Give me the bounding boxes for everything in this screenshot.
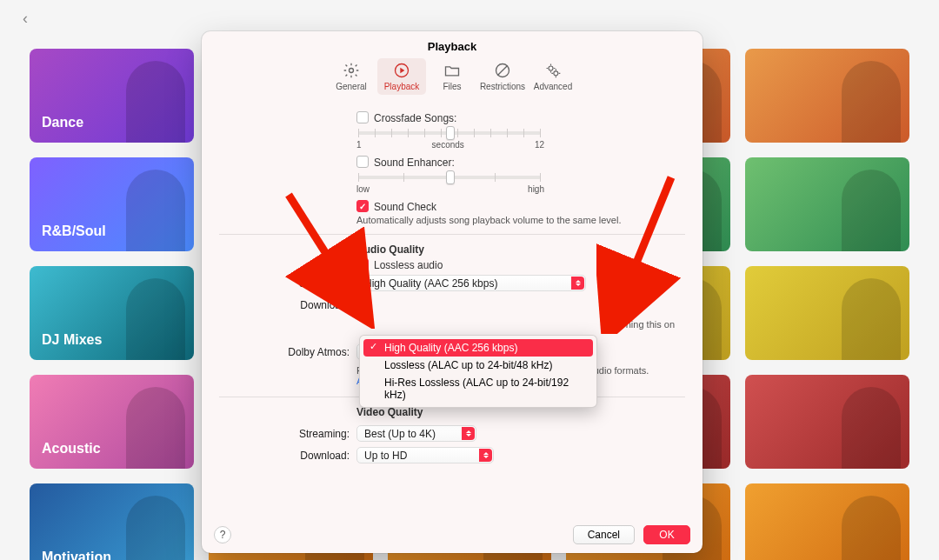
- modal-title: Playback: [202, 31, 703, 58]
- no-symbol-icon: [494, 62, 511, 79]
- tile-generic[interactable]: [745, 483, 909, 560]
- tab-general[interactable]: General: [327, 58, 376, 95]
- soundcheck-checkbox[interactable]: [356, 200, 369, 212]
- menu-item-lossless[interactable]: Lossless (ALAC up to 24-bit/48 kHz): [363, 357, 593, 374]
- dropdown-button-icon[interactable]: [462, 427, 475, 440]
- tile-motivation[interactable]: Motivation: [30, 483, 194, 560]
- slider-high: high: [528, 184, 544, 194]
- crossfade-slider[interactable]: [358, 131, 541, 135]
- tab-advanced[interactable]: Advanced: [529, 58, 577, 95]
- streaming-select[interactable]: High Quality (AAC 256 kbps): [356, 275, 586, 291]
- download-desc-partial: urning this on: [356, 319, 685, 330]
- tile-generic[interactable]: [745, 49, 909, 143]
- dropdown-button-icon[interactable]: [479, 449, 492, 462]
- dolby-label: Dolby Atmos:: [219, 343, 350, 358]
- crossfade-checkbox[interactable]: [356, 111, 369, 123]
- cancel-button[interactable]: Cancel: [573, 525, 635, 544]
- video-quality-header: Video Quality: [356, 406, 685, 418]
- tile-dj[interactable]: DJ Mixes: [30, 266, 194, 360]
- tile-generic[interactable]: [745, 375, 909, 469]
- lossless-checkbox[interactable]: [356, 258, 369, 270]
- help-button[interactable]: ?: [214, 526, 231, 543]
- tile-label: Acoustic: [42, 441, 101, 457]
- slider-max: 12: [535, 140, 544, 150]
- tile-label: DJ Mixes: [42, 332, 102, 348]
- tile-label: Motivation: [42, 550, 111, 560]
- tile-generic[interactable]: [745, 266, 909, 360]
- tab-label: Advanced: [534, 82, 572, 91]
- tab-label: Restrictions: [480, 82, 525, 91]
- download-quality-menu: High Quality (AAC 256 kbps) Lossless (AL…: [359, 335, 597, 408]
- tab-label: Playback: [384, 82, 420, 91]
- tile-generic[interactable]: [745, 157, 909, 251]
- download-label: Download:: [219, 297, 350, 311]
- select-value: Up to HD: [364, 450, 407, 462]
- crossfade-label: Crossfade Songs:: [374, 112, 456, 124]
- tab-label: Files: [443, 82, 461, 91]
- svg-point-0: [350, 69, 354, 73]
- tile-rnb[interactable]: R&B/Soul: [30, 157, 194, 251]
- svg-point-5: [554, 71, 558, 76]
- modal-body: Crossfade Songs: 1 seconds 12: [202, 102, 703, 518]
- modal-footer: ? Cancel OK: [202, 518, 703, 553]
- tile-label: Dance: [42, 115, 83, 130]
- svg-point-4: [549, 66, 553, 70]
- select-value: High Quality (AAC 256 kbps): [364, 277, 497, 290]
- video-streaming-label: Streaming:: [219, 425, 350, 440]
- tab-bar: General Playback Files Restrictions Adva…: [202, 58, 703, 102]
- tab-files[interactable]: Files: [428, 58, 476, 95]
- soundcheck-label: Sound Check: [374, 201, 436, 213]
- lossless-label: Lossless audio: [374, 259, 443, 271]
- slider-low: low: [356, 184, 370, 194]
- video-download-label: Download:: [219, 447, 350, 462]
- tile-acoustic[interactable]: Acoustic: [30, 375, 194, 469]
- soundcheck-desc: Automatically adjusts song playback volu…: [356, 215, 685, 225]
- enhancer-slider[interactable]: [358, 176, 541, 179]
- video-download-select[interactable]: Up to HD: [356, 447, 494, 463]
- svg-line-3: [497, 65, 508, 76]
- menu-item-high-quality[interactable]: High Quality (AAC 256 kbps): [363, 339, 593, 357]
- tab-restrictions[interactable]: Restrictions: [478, 58, 527, 95]
- play-circle-icon: [393, 62, 410, 79]
- slider-mid: seconds: [432, 140, 464, 150]
- streaming-label: Streaming:: [219, 275, 350, 290]
- tab-label: General: [336, 82, 367, 91]
- folder-icon: [443, 62, 461, 79]
- tile-dance[interactable]: Dance: [30, 49, 194, 143]
- tile-label: R&B/Soul: [42, 223, 106, 239]
- enhancer-checkbox[interactable]: [356, 156, 369, 168]
- ok-button[interactable]: OK: [643, 525, 690, 544]
- audio-quality-header: Audio Quality: [356, 243, 685, 256]
- tab-playback[interactable]: Playback: [377, 58, 426, 95]
- dropdown-button-icon[interactable]: [571, 277, 584, 290]
- gears-icon: [544, 62, 562, 79]
- menu-item-hires-lossless[interactable]: Hi-Res Lossless (ALAC up to 24-bit/192 k…: [363, 374, 593, 403]
- enhancer-label: Sound Enhancer:: [374, 157, 455, 169]
- video-streaming-select[interactable]: Best (Up to 4K): [356, 425, 476, 442]
- gear-icon: [343, 62, 360, 79]
- slider-min: 1: [356, 140, 362, 150]
- select-value: Best (Up to 4K): [364, 428, 436, 440]
- preferences-modal: Playback General Playback Files Restrict…: [202, 31, 703, 553]
